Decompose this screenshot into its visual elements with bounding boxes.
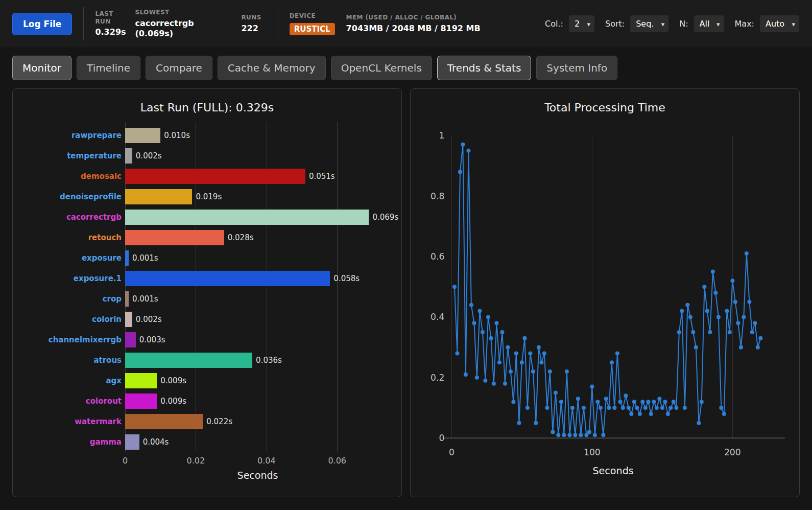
data-point — [601, 433, 605, 437]
bar-row: agx0.009s — [24, 370, 390, 391]
stat-memory: MEM (USED / ALLOC / GLOBAL) 7043MB / 204… — [346, 14, 481, 33]
bar-value-label: 0.009s — [160, 397, 186, 406]
bar-track: 0.028s — [125, 230, 390, 245]
data-point — [660, 406, 664, 410]
data-point — [722, 412, 726, 416]
data-point — [717, 315, 721, 319]
data-point — [590, 385, 594, 389]
data-point — [688, 315, 692, 319]
data-point — [464, 373, 468, 377]
bar-value-label: 0.010s — [164, 131, 190, 140]
data-point — [545, 406, 549, 410]
device-badge: RUSTICL — [290, 23, 335, 35]
tab-timeline[interactable]: Timeline — [77, 56, 140, 80]
bar — [125, 189, 192, 204]
bar-track: 0.004s — [125, 434, 390, 450]
tab-cache-memory[interactable]: Cache & Memory — [218, 56, 326, 80]
bar-row: denoiseprofile0.019s — [24, 187, 390, 207]
tab-trends-stats[interactable]: Trends & Stats — [437, 56, 532, 80]
n-select-wrap: All — [694, 15, 725, 33]
bar-chart-panel: Last Run (FULL): 0.329s rawprepare0.010s… — [12, 88, 402, 497]
stat-memory-value: 7043MB / 2048 MB / 8192 MB — [346, 24, 481, 34]
data-point — [526, 406, 530, 410]
data-point — [753, 321, 757, 325]
bar-category-label: exposure — [24, 253, 125, 263]
data-point — [455, 351, 459, 355]
bar-track: 0.009s — [125, 393, 390, 409]
data-point — [742, 315, 746, 319]
columns-select-wrap: 2 — [568, 15, 595, 33]
n-select[interactable]: All — [694, 15, 725, 33]
data-point — [663, 400, 667, 404]
bar-row: exposure0.001s — [24, 248, 390, 268]
data-point — [604, 397, 608, 401]
tab-opencl-kernels[interactable]: OpenCL Kernels — [331, 56, 432, 80]
bar-category-label: channelmixerrgb — [24, 335, 125, 344]
tab-compare[interactable]: Compare — [146, 56, 212, 80]
columns-select[interactable]: 2 — [568, 15, 595, 33]
data-point — [683, 406, 687, 410]
line-chart-panel: Total Processing Time 00.20.40.60.810100… — [410, 88, 800, 497]
top-bar: Log File LAST RUN 0.329s SLOWEST cacorre… — [0, 0, 812, 48]
sort-label: Sort: — [605, 19, 625, 29]
sort-select[interactable]: Seq. — [630, 15, 669, 33]
data-point — [497, 360, 501, 364]
bar-row: colorin0.002s — [24, 309, 390, 330]
bar-category-label: exposure.1 — [24, 274, 125, 283]
data-point — [728, 330, 732, 334]
data-point — [694, 345, 698, 350]
tab-monitor[interactable]: Monitor — [12, 56, 71, 80]
data-point — [477, 309, 482, 313]
data-point — [615, 351, 619, 355]
data-point — [691, 330, 695, 334]
data-point — [666, 412, 670, 416]
data-point — [730, 279, 734, 283]
bar-value-label: 0.001s — [132, 294, 158, 304]
max-select[interactable]: Auto — [759, 15, 800, 33]
bar-row: gamma0.004s — [24, 432, 390, 452]
bar-row: cacorrectrgb0.069s — [24, 207, 390, 227]
bar-chart-title: Last Run (FULL): 0.329s — [24, 101, 390, 114]
stat-slowest: SLOWEST cacorrectrgb (0.069s) — [135, 9, 217, 38]
tab-system-info[interactable]: System Info — [536, 56, 617, 80]
data-point — [629, 412, 633, 416]
data-point — [702, 285, 706, 289]
y-tick-label: 0.6 — [431, 251, 444, 262]
bar — [125, 148, 132, 164]
data-point — [565, 369, 569, 374]
bar-category-label: crop — [24, 294, 125, 304]
data-point — [570, 406, 575, 410]
data-point — [640, 400, 644, 404]
data-point — [452, 285, 457, 289]
bar-track: 0.036s — [125, 353, 390, 368]
bar-x-axis: 00.020.040.06 — [125, 452, 390, 466]
y-tick-label: 0.2 — [431, 373, 444, 383]
bar-row: exposure.10.058s — [24, 268, 390, 289]
data-point — [719, 406, 723, 410]
bar-category-label: demosaic — [24, 172, 125, 181]
data-point — [466, 149, 470, 153]
data-point — [472, 321, 476, 325]
stat-last-run-label: LAST RUN — [95, 10, 124, 25]
data-point — [674, 406, 678, 410]
stat-last-run-value: 0.329s — [95, 27, 124, 37]
data-point — [711, 270, 715, 274]
bar-row: demosaic0.051s — [24, 166, 390, 187]
line-chart: 00.20.40.60.810100200Seconds — [422, 125, 788, 485]
line-chart-svg: 00.20.40.60.810100200Seconds — [422, 125, 788, 485]
x-tick-label: 0 — [123, 456, 128, 466]
bar — [125, 414, 203, 429]
bar-row: temperature0.002s — [24, 146, 390, 166]
bar-track: 0.001s — [125, 291, 390, 307]
bar-value-label: 0.004s — [143, 437, 169, 447]
data-point — [685, 303, 689, 307]
bar — [125, 393, 157, 409]
log-file-button[interactable]: Log File — [12, 13, 72, 35]
data-point — [652, 400, 656, 404]
y-tick-label: 0.8 — [431, 191, 444, 201]
data-point — [649, 412, 653, 416]
stat-device-label: DEVICE — [290, 12, 335, 19]
data-point — [736, 321, 740, 325]
line-markers — [452, 143, 762, 437]
header-controls: Col.: 2 Sort: Seq. N: All Max: Auto — [540, 15, 800, 33]
